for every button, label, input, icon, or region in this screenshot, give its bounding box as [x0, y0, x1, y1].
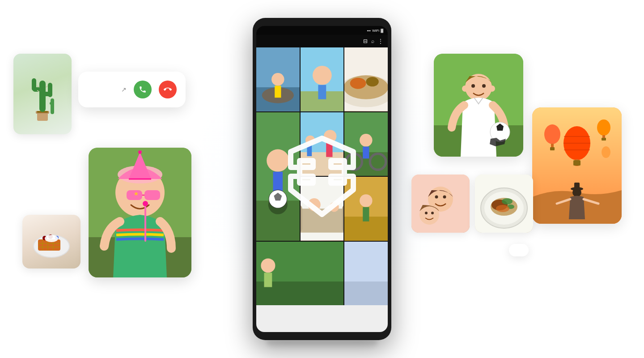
svg-rect-68 — [363, 146, 369, 158]
photo-cell-7[interactable] — [344, 112, 388, 176]
svg-line-10 — [46, 86, 48, 87]
svg-point-44 — [313, 66, 332, 85]
birthday-message — [509, 244, 529, 256]
svg-rect-73 — [301, 205, 302, 232]
svg-point-76 — [329, 202, 339, 212]
svg-point-61 — [324, 130, 337, 143]
tablet-device: ▪▪▪ WiFi ▓ ⊟ ⌕ ⋮ — [253, 18, 391, 340]
svg-rect-5 — [32, 78, 36, 91]
svg-rect-62 — [326, 142, 332, 157]
right-balloon-photo — [532, 107, 622, 224]
status-icons: ▪▪▪ WiFi ▓ — [367, 29, 383, 33]
svg-point-119 — [443, 196, 446, 199]
svg-point-63 — [305, 135, 315, 145]
right-food-photo — [475, 175, 533, 233]
svg-rect-86 — [344, 281, 388, 305]
search-icon[interactable]: ⌕ — [371, 38, 374, 44]
tablet-screen: ▪▪▪ WiFi ▓ ⊟ ⌕ ⋮ — [256, 26, 388, 332]
svg-point-49 — [350, 78, 366, 89]
svg-point-93 — [482, 84, 486, 88]
left-food-photo — [22, 215, 80, 268]
nav-tabs — [256, 305, 388, 310]
tablet-bottom-nav — [256, 305, 388, 332]
svg-point-79 — [360, 194, 373, 207]
photo-cell-8[interactable] — [301, 177, 344, 241]
svg-point-121 — [431, 212, 434, 214]
cactus-photo — [13, 54, 72, 134]
svg-rect-109 — [602, 135, 605, 138]
photo-grid — [256, 47, 388, 305]
svg-rect-80 — [363, 207, 369, 222]
photo-cell-11[interactable] — [344, 242, 388, 306]
svg-point-108 — [597, 119, 610, 136]
photo-cell-5[interactable] — [301, 112, 344, 176]
tablet-reflection — [267, 340, 377, 349]
svg-point-111 — [602, 146, 610, 158]
right-boy-photo — [434, 54, 523, 157]
wifi-icon: WiFi — [372, 29, 379, 33]
svg-rect-11 — [51, 98, 54, 114]
tablet-body: ▪▪▪ WiFi ▓ ⊟ ⌕ ⋮ — [253, 18, 391, 340]
svg-point-120 — [425, 212, 428, 214]
svg-rect-12 — [50, 102, 53, 105]
more-icon[interactable]: ⋮ — [378, 38, 383, 44]
status-bar: ▪▪▪ WiFi ▓ — [256, 26, 388, 35]
svg-point-91 — [489, 85, 495, 92]
svg-point-83 — [261, 258, 275, 273]
photo-cell-1[interactable] — [256, 47, 300, 111]
svg-rect-32 — [144, 190, 160, 200]
svg-point-36 — [143, 201, 148, 206]
svg-rect-110 — [602, 138, 606, 141]
call-card: ↗ — [78, 72, 186, 107]
svg-point-129 — [496, 205, 509, 212]
svg-rect-54 — [273, 171, 283, 192]
svg-rect-107 — [550, 147, 555, 150]
svg-rect-72 — [301, 209, 344, 232]
photo-cell-10[interactable] — [256, 242, 343, 306]
call-actions — [134, 81, 177, 98]
tablet-top-bar: ⊟ ⌕ ⋮ — [256, 35, 388, 47]
cast-icon[interactable]: ⊟ — [363, 38, 368, 44]
right-mom-photo — [411, 175, 470, 233]
signal-icon: ▪▪▪ — [367, 29, 371, 33]
svg-rect-64 — [307, 145, 312, 156]
svg-rect-3 — [39, 81, 46, 112]
svg-line-8 — [37, 86, 39, 87]
svg-point-53 — [267, 149, 289, 171]
battery-icon: ▓ — [381, 29, 383, 33]
svg-rect-106 — [551, 144, 554, 148]
photo-cell-2[interactable] — [301, 47, 344, 111]
svg-rect-84 — [264, 273, 272, 287]
svg-rect-104 — [573, 160, 580, 166]
svg-point-92 — [471, 84, 475, 88]
decline-call-button[interactable] — [159, 81, 177, 98]
svg-point-75 — [308, 198, 321, 211]
svg-rect-41 — [275, 86, 281, 98]
svg-point-67 — [360, 134, 373, 147]
edit-icon: ↗ — [121, 86, 127, 93]
svg-rect-35 — [144, 206, 146, 242]
svg-point-118 — [435, 196, 438, 199]
accept-call-button[interactable] — [134, 81, 152, 98]
nav-buttons — [256, 310, 388, 332]
svg-point-29 — [138, 150, 142, 154]
girl-photo — [89, 148, 191, 277]
svg-point-40 — [271, 73, 284, 86]
svg-point-105 — [544, 124, 560, 144]
svg-point-48 — [344, 75, 388, 99]
photo-cell-9[interactable] — [344, 177, 388, 241]
svg-rect-74 — [342, 205, 344, 232]
svg-rect-7 — [48, 83, 52, 97]
svg-rect-31 — [127, 190, 142, 200]
svg-rect-45 — [318, 85, 326, 99]
svg-point-23 — [45, 235, 58, 242]
photo-cell-4[interactable] — [256, 112, 300, 241]
svg-point-127 — [502, 198, 513, 205]
photo-cell-3[interactable] — [344, 47, 388, 111]
svg-point-90 — [462, 85, 468, 92]
svg-point-50 — [366, 77, 379, 86]
svg-rect-114 — [574, 183, 580, 189]
